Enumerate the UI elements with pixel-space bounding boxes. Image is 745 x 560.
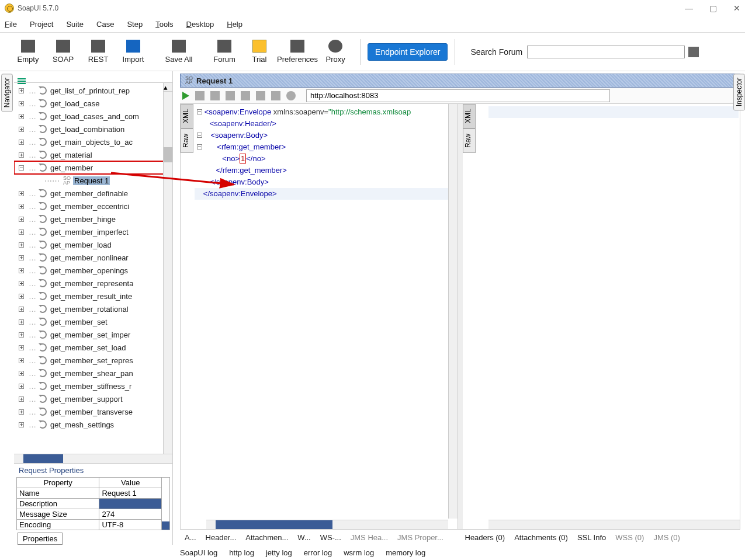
menu-suite[interactable]: Suite xyxy=(66,20,84,29)
tree-item-get_mesh_statistics[interactable]: …get_mesh_statistics xyxy=(14,431,172,432)
menu-project[interactable]: Project xyxy=(30,20,53,29)
tree-item-get_member_result_inte[interactable]: …get_member_result_inte xyxy=(14,290,172,302)
log-http[interactable]: http log xyxy=(229,548,254,557)
properties-tab[interactable]: Properties xyxy=(18,533,63,545)
req-tab-header[interactable]: Header... xyxy=(206,533,237,542)
add-to-testcase-icon[interactable] xyxy=(195,91,205,100)
tree-item-get_member_stiffness_r[interactable]: …get_member_stiffness_r xyxy=(14,380,172,392)
maximize-button[interactable]: ▢ xyxy=(709,4,717,13)
req-tab-jmsprop[interactable]: JMS Proper... xyxy=(397,533,443,542)
tree-item-get_member_set_load[interactable]: …get_member_set_load xyxy=(14,341,172,354)
expand-icon[interactable] xyxy=(19,191,24,196)
prop-enc-val[interactable]: UTF-8 xyxy=(99,520,162,530)
expand-icon[interactable] xyxy=(19,409,24,415)
toolbar-forum[interactable]: Forum xyxy=(207,40,242,64)
collapse-icon[interactable] xyxy=(19,165,24,171)
calendar-icon[interactable] xyxy=(688,47,699,57)
expand-icon[interactable] xyxy=(19,319,24,325)
expand-icon[interactable] xyxy=(19,255,24,260)
expand-icon[interactable] xyxy=(19,114,24,119)
resp-tab-attach[interactable]: Attachments (0) xyxy=(514,533,568,542)
tree-item-get_member_openings[interactable]: …get_member_openings xyxy=(14,264,172,277)
pane-splitter[interactable] xyxy=(458,104,463,529)
request-raw-tab[interactable]: Raw xyxy=(181,128,193,153)
tree-h-scrollbar[interactable] xyxy=(14,454,172,463)
tree-item-get_mesh_settings[interactable]: …get_mesh_settings xyxy=(14,418,172,431)
fold-icon[interactable] xyxy=(197,144,202,149)
menu-help[interactable]: Help xyxy=(227,20,242,29)
tree-item-get_member_set[interactable]: …get_member_set xyxy=(14,315,172,328)
expand-icon[interactable] xyxy=(19,217,24,222)
toolbar-empty[interactable]: Empty xyxy=(11,40,46,64)
run-button[interactable] xyxy=(182,92,189,100)
menu-tools[interactable]: Tools xyxy=(155,20,173,29)
req-tab-attach[interactable]: Attachmen... xyxy=(245,533,288,542)
endpoint-url-input[interactable] xyxy=(306,89,610,102)
fold-icon[interactable] xyxy=(197,109,202,114)
toolbar-proxy[interactable]: Proxy xyxy=(318,40,353,64)
menu-desktop[interactable]: Desktop xyxy=(186,20,214,29)
resp-tab-ssl[interactable]: SSL Info xyxy=(577,533,606,542)
tree-item-get_main_objects_to_ac[interactable]: …get_main_objects_to_ac xyxy=(14,135,172,148)
tree-item-get_member_load[interactable]: …get_member_load xyxy=(14,238,172,251)
search-forum-input[interactable] xyxy=(527,46,685,58)
response-editor[interactable] xyxy=(476,104,740,529)
expand-icon[interactable] xyxy=(19,88,24,93)
tree-item-get_member_hinge[interactable]: …get_member_hinge xyxy=(14,213,172,225)
expand-icon[interactable] xyxy=(19,140,24,145)
req-tab-jmshead[interactable]: JMS Hea... xyxy=(351,533,388,542)
log-error[interactable]: error log xyxy=(304,548,332,557)
expand-icon[interactable] xyxy=(19,358,24,363)
prop-name-val[interactable]: Request 1 xyxy=(99,488,162,499)
menu-case[interactable]: Case xyxy=(96,20,114,29)
clone-request-icon[interactable] xyxy=(226,91,235,100)
expand-icon[interactable] xyxy=(19,204,24,209)
endpoint-explorer-button[interactable]: Endpoint Explorer xyxy=(368,43,448,61)
inspector-tab[interactable]: Inspector xyxy=(733,74,745,110)
expand-icon[interactable] xyxy=(19,242,24,248)
navigator-tree[interactable]: …get_list_of_printout_rep…get_load_case…… xyxy=(14,83,172,432)
log-jetty[interactable]: jetty log xyxy=(266,548,292,557)
tree-item-get_member_imperfect[interactable]: …get_member_imperfect xyxy=(14,225,172,238)
expand-icon[interactable] xyxy=(19,229,24,235)
menu-step[interactable]: Step xyxy=(127,20,143,29)
tab-layout-icon[interactable] xyxy=(241,91,250,100)
req-tab-auth[interactable]: A... xyxy=(185,533,196,542)
response-xml-tab[interactable]: XML xyxy=(463,104,476,128)
request-xml-tab[interactable]: XML xyxy=(181,104,193,128)
tree-item-get_member[interactable]: …get_member xyxy=(14,161,172,174)
tools-icon[interactable] xyxy=(271,91,280,100)
toolbar-import[interactable]: Import xyxy=(116,40,151,64)
expand-icon[interactable] xyxy=(19,422,24,427)
expand-icon[interactable] xyxy=(19,152,24,158)
response-raw-tab[interactable]: Raw xyxy=(463,128,476,153)
tree-v-scrollbar[interactable]: ▴ xyxy=(163,83,172,454)
mock-response-icon[interactable] xyxy=(210,91,220,100)
navigator-tab[interactable]: Navigator xyxy=(1,74,13,112)
request-v-scrollbar[interactable] xyxy=(448,104,458,519)
tree-item-get_material[interactable]: …get_material xyxy=(14,148,172,161)
expand-icon[interactable] xyxy=(19,396,24,402)
resp-tab-jms[interactable]: JMS (0) xyxy=(653,533,680,542)
editor-title-bar[interactable]: SOAP Request 1 xyxy=(180,74,740,88)
tree-item-get_list_of_printout_rep[interactable]: …get_list_of_printout_rep xyxy=(14,84,172,97)
tree-item-get_member_representa[interactable]: …get_member_representa xyxy=(14,277,172,290)
minimize-button[interactable]: — xyxy=(685,4,693,13)
list-icon[interactable] xyxy=(18,78,26,79)
toolbar-preferences[interactable]: Preferences xyxy=(277,40,318,64)
tree-item-get_load_case[interactable]: …get_load_case xyxy=(14,97,172,110)
expand-icon[interactable] xyxy=(19,384,24,389)
fold-icon[interactable] xyxy=(197,133,202,138)
toolbar-save-all[interactable]: Save All xyxy=(161,40,196,64)
expand-icon[interactable] xyxy=(19,345,24,350)
export-icon[interactable] xyxy=(256,91,265,100)
req-tab-wsrm[interactable]: WS-... xyxy=(320,533,341,542)
log-wsrm[interactable]: wsrm log xyxy=(344,548,374,557)
tree-item-get_member_set_repres[interactable]: …get_member_set_repres xyxy=(14,354,172,367)
tree-item-get_member_rotational[interactable]: …get_member_rotational xyxy=(14,302,172,315)
response-h-scrollbar[interactable] xyxy=(488,520,740,529)
toolbar-soap[interactable]: SOAP xyxy=(46,40,81,64)
tree-item-get_load_cases_and_com[interactable]: …get_load_cases_and_com xyxy=(14,110,172,123)
expand-icon[interactable] xyxy=(19,101,24,106)
request-editor[interactable]: <soapenv:Envelope xmlns:soapenv="http://… xyxy=(193,104,458,529)
